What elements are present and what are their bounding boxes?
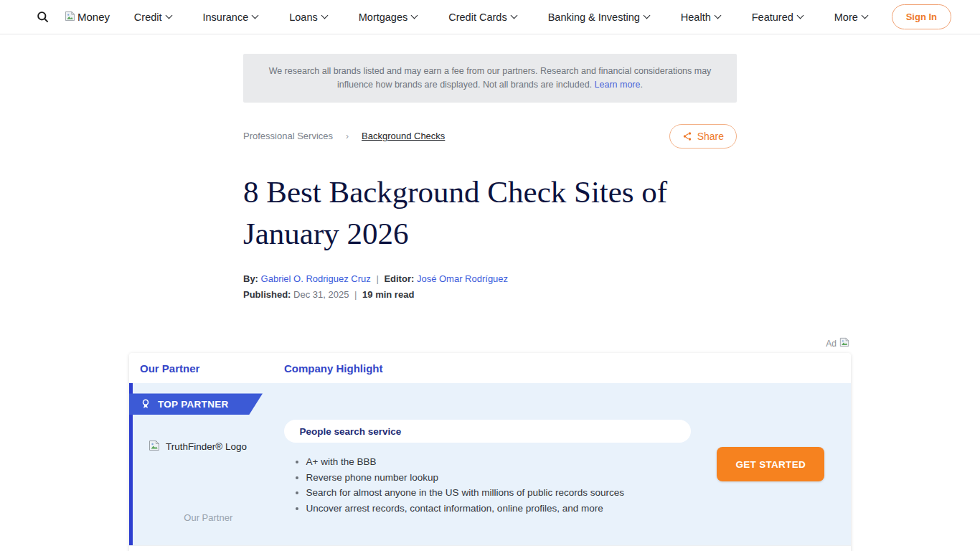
nav-label: Banking & Investing — [548, 11, 640, 23]
ad-section: Ad Our Partner Company Highlight TOP PAR… — [129, 337, 851, 551]
chevron-down-icon — [165, 12, 172, 19]
nav-label: Insurance — [203, 11, 249, 23]
bullet-text: Search for almost anyone in the US with … — [306, 487, 624, 498]
chevron-down-icon — [321, 12, 328, 19]
bullet-text: Uncover arrest records, contact informat… — [306, 503, 603, 514]
chevron-down-icon — [411, 12, 418, 19]
editor-label: Editor: — [384, 273, 414, 284]
by-label: By: — [243, 273, 258, 284]
nav-item-loans[interactable]: Loans — [289, 11, 327, 23]
bullet-text: A+ with the BBB — [306, 456, 377, 467]
primary-nav: Credit Insurance Loans Mortgages Credit … — [110, 11, 892, 23]
money-logo[interactable]: Money — [65, 11, 110, 24]
list-item: Search for almost anyone in the US with … — [306, 485, 691, 501]
breadcrumb-parent-link[interactable]: Professional Services — [243, 131, 333, 141]
column-header-our-partner: Our Partner — [140, 362, 284, 375]
published-separator: | — [354, 289, 357, 300]
nav-item-insurance[interactable]: Insurance — [203, 11, 258, 23]
disclosure-period: . — [641, 80, 643, 90]
partner-cell: TOP PARTNER TruthFinder® Logo Our Partne… — [133, 383, 284, 545]
read-time: 19 min read — [362, 289, 414, 300]
chevron-down-icon — [252, 12, 259, 19]
partner-logo-alt-text: TruthFinder® Logo — [166, 441, 247, 452]
list-item: Reverse phone number lookup — [306, 470, 691, 486]
nav-label: Credit Cards — [448, 11, 507, 23]
logo-text: Money — [77, 11, 110, 23]
nav-item-credit[interactable]: Credit — [134, 11, 171, 23]
chevron-down-icon — [861, 12, 868, 19]
sign-in-button[interactable]: Sign In — [892, 4, 951, 29]
nav-item-featured[interactable]: Featured — [752, 11, 803, 23]
nav-label: Mortgages — [359, 11, 408, 23]
medal-icon — [140, 398, 151, 410]
article-column: We research all brands listed and may ea… — [243, 54, 737, 300]
published-row: Published: Dec 31, 2025 | 19 min read — [243, 289, 737, 300]
our-partner-caption: Our Partner — [133, 512, 284, 523]
share-button[interactable]: Share — [669, 124, 737, 149]
next-table-row-partial — [129, 545, 851, 551]
share-label: Share — [697, 131, 724, 142]
search-icon[interactable] — [36, 10, 50, 24]
advertiser-disclosure: We research all brands listed and may ea… — [243, 54, 737, 103]
author-link[interactable]: Gabriel O. Rodriguez Cruz — [261, 273, 371, 284]
broken-image-icon — [839, 337, 849, 349]
nav-item-health[interactable]: Health — [681, 11, 720, 23]
column-header-company-highlight: Company Highlight — [284, 362, 383, 375]
breadcrumb-separator-icon: › — [346, 131, 349, 141]
learn-more-link[interactable]: Learn more — [595, 80, 641, 90]
chevron-down-icon — [714, 12, 721, 19]
chevron-down-icon — [643, 12, 650, 19]
chevron-down-icon — [510, 12, 517, 19]
nav-item-banking-investing[interactable]: Banking & Investing — [548, 11, 649, 23]
get-started-button[interactable]: GET STARTED — [717, 447, 824, 481]
published-date: Dec 31, 2025 — [293, 289, 349, 300]
broken-image-icon — [65, 11, 75, 24]
top-partner-badge: TOP PARTNER — [129, 393, 263, 415]
chevron-down-icon — [796, 12, 804, 19]
top-navigation: Money Credit Insurance Loans Mortgages C… — [0, 0, 980, 34]
nav-label: Health — [681, 11, 711, 23]
list-item: Uncover arrest records, contact informat… — [306, 501, 691, 517]
ad-label: Ad — [826, 339, 837, 349]
page-title: 8 Best Background Check Sites of January… — [243, 171, 737, 255]
partner-comparison-table: Our Partner Company Highlight TOP PARTNE… — [129, 353, 851, 551]
byline-separator: | — [376, 273, 378, 284]
breadcrumb-row: Professional Services › Background Check… — [243, 124, 737, 149]
partner-logo[interactable]: TruthFinder® Logo — [149, 440, 247, 453]
editor-link[interactable]: José Omar Rodríguez — [417, 273, 508, 284]
nav-label: Loans — [289, 11, 318, 23]
breadcrumb: Professional Services › Background Check… — [243, 131, 445, 141]
service-category-tag: People search service — [284, 420, 691, 443]
bullet-text: Reverse phone number lookup — [306, 472, 439, 483]
nav-label: Featured — [752, 11, 793, 23]
share-icon — [682, 131, 692, 141]
table-row: TOP PARTNER TruthFinder® Logo Our Partne… — [129, 383, 851, 545]
nav-label: Credit — [134, 11, 162, 23]
company-highlight-cell: People search service A+ with the BBB Re… — [284, 383, 691, 545]
ad-label-row: Ad — [129, 337, 851, 349]
highlight-bullet-list: A+ with the BBB Reverse phone number loo… — [284, 454, 691, 516]
nav-item-credit-cards[interactable]: Credit Cards — [448, 11, 516, 23]
table-header-row: Our Partner Company Highlight — [129, 353, 851, 383]
broken-image-icon — [149, 440, 160, 453]
breadcrumb-current-link[interactable]: Background Checks — [362, 131, 445, 141]
disclosure-text: We research all brands listed and may ea… — [269, 66, 712, 90]
top-partner-label: TOP PARTNER — [158, 399, 229, 410]
published-label: Published: — [243, 289, 291, 300]
nav-label: More — [834, 11, 858, 23]
byline: By: Gabriel O. Rodriguez Cruz | Editor: … — [243, 273, 737, 284]
cta-cell: GET STARTED — [691, 383, 851, 545]
nav-item-mortgages[interactable]: Mortgages — [359, 11, 418, 23]
list-item: A+ with the BBB — [306, 454, 691, 470]
nav-item-more[interactable]: More — [834, 11, 867, 23]
